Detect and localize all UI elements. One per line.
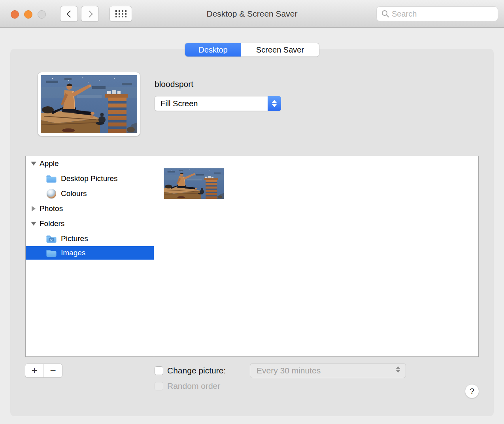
chevron-right-icon <box>85 10 92 17</box>
change-picture-label: Change picture: <box>167 366 226 375</box>
remove-folder-button[interactable]: − <box>44 364 62 377</box>
sidebar-item-colours[interactable]: Colours <box>26 186 154 201</box>
title-bar: Desktop & Screen Saver <box>0 0 504 28</box>
help-button[interactable]: ? <box>465 384 479 398</box>
folder-camera-icon <box>46 234 57 243</box>
show-all-button[interactable] <box>109 6 132 22</box>
folder-icon <box>46 249 57 257</box>
sidebar-item-images[interactable]: Images <box>26 246 154 260</box>
sidebar-item-pictures[interactable]: Pictures <box>26 231 154 246</box>
random-order-checkbox[interactable] <box>155 382 163 390</box>
sidebar-item-label: Apple <box>40 159 59 168</box>
sphere-icon <box>47 189 56 198</box>
sidebar-item-apple[interactable]: Apple <box>26 156 154 171</box>
source-listbox: Apple Desktop Pictures Colours Photos Fo… <box>25 156 479 357</box>
sidebar-item-label: Photos <box>40 204 63 213</box>
interval-select[interactable]: Every 30 minutes <box>250 363 406 378</box>
chevron-left-icon <box>66 10 74 17</box>
image-thumbnail[interactable] <box>164 168 224 199</box>
sidebar-item-photos[interactable]: Photos <box>26 201 154 216</box>
grid-icon <box>115 10 126 17</box>
add-folder-button[interactable]: + <box>25 364 44 377</box>
change-picture-checkbox[interactable] <box>155 366 163 375</box>
tab-screen-saver[interactable]: Screen Saver <box>241 43 319 57</box>
sidebar-item-folders[interactable]: Folders <box>26 216 154 231</box>
disclosure-closed-icon[interactable] <box>32 206 36 211</box>
wallpaper-name: bloodsport <box>155 79 193 89</box>
add-remove-segmented-control: + − <box>25 364 62 378</box>
sidebar-item-label: Pictures <box>61 234 88 243</box>
sidebar-item-label: Desktop Pictures <box>61 174 118 183</box>
tab-bar: Desktop Screen Saver <box>185 43 319 57</box>
disclosure-open-icon[interactable] <box>31 162 36 166</box>
tab-desktop[interactable]: Desktop <box>185 43 241 57</box>
sidebar-item-label: Folders <box>40 219 64 228</box>
source-list: Apple Desktop Pictures Colours Photos Fo… <box>26 156 154 356</box>
disclosure-open-icon[interactable] <box>31 222 36 226</box>
sidebar-item-desktop-pictures[interactable]: Desktop Pictures <box>26 171 154 186</box>
search-field[interactable] <box>376 6 498 21</box>
forward-button[interactable] <box>81 6 99 22</box>
back-button[interactable] <box>60 6 78 22</box>
folder-icon <box>46 174 57 183</box>
wallpaper-image <box>41 75 137 133</box>
stepper-icon <box>268 96 281 111</box>
sidebar-item-label: Colours <box>61 189 87 198</box>
fill-mode-select[interactable]: Fill Screen <box>155 96 281 111</box>
wallpaper-preview[interactable] <box>38 72 140 136</box>
random-order-label: Random order <box>167 381 220 391</box>
search-input[interactable] <box>392 7 495 21</box>
content-panel: Desktop Screen Saver bloodsport Fill Scr… <box>11 49 493 416</box>
search-icon <box>382 10 387 16</box>
sidebar-item-label: Images <box>61 249 85 257</box>
fill-mode-value: Fill Screen <box>155 96 281 111</box>
interval-value: Every 30 minutes <box>257 366 321 375</box>
stepper-icon <box>396 366 400 373</box>
